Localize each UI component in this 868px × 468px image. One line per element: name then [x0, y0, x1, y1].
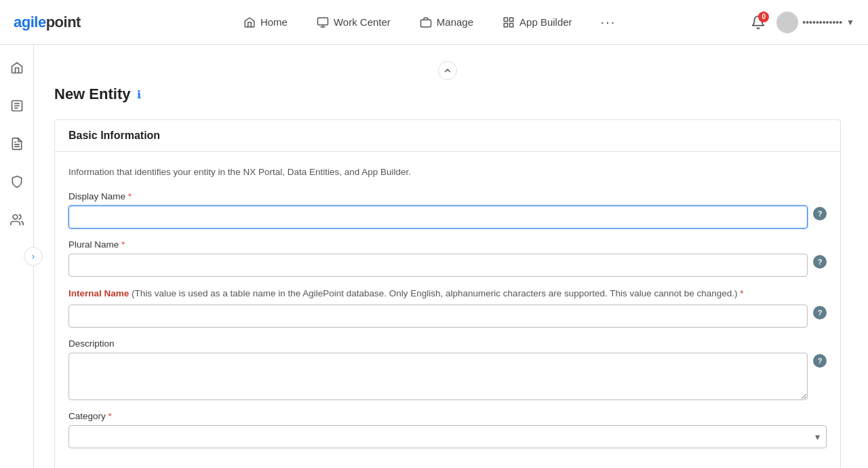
users-sidebar-icon	[10, 213, 24, 227]
topnav: agilepoint Home Work Center	[0, 0, 868, 45]
collapse-bar	[54, 58, 841, 85]
svg-rect-0	[317, 18, 328, 25]
internal-name-help-icon[interactable]: ?	[813, 306, 827, 319]
display-name-input[interactable]	[68, 206, 808, 229]
category-required: *	[108, 411, 112, 421]
description-help-icon[interactable]: ?	[813, 354, 827, 368]
display-name-group: Display Name * ?	[68, 191, 827, 229]
svg-rect-6	[504, 23, 507, 26]
display-name-help-icon[interactable]: ?	[813, 207, 827, 220]
section-header-basic: Basic Information	[55, 120, 840, 152]
avatar	[776, 12, 798, 33]
section-body-basic: Information that identifies your entity …	[55, 152, 840, 468]
list-sidebar-icon	[10, 99, 24, 113]
description-label: Description	[68, 338, 827, 349]
display-name-label: Display Name *	[68, 191, 827, 201]
notification-badge: 0	[758, 12, 769, 22]
internal-name-label: Internal Name (This value is used as a t…	[68, 288, 827, 300]
plural-name-input[interactable]	[68, 254, 808, 277]
description-group: Description ?	[68, 338, 827, 400]
internal-name-required: *	[740, 288, 743, 298]
username-label: ••••••••••••	[802, 17, 842, 28]
doc-sidebar-icon	[10, 137, 24, 151]
category-label: Category *	[68, 411, 827, 421]
internal-name-group: Internal Name (This value is used as a t…	[68, 288, 827, 328]
nav-home[interactable]: Home	[232, 10, 298, 35]
page-header: New Entity ℹ	[54, 85, 841, 103]
category-select[interactable]	[68, 425, 827, 448]
chevron-up-icon	[443, 66, 452, 75]
notification-bell[interactable]: 0	[751, 15, 766, 30]
user-menu[interactable]: •••••••••••• ▼	[776, 12, 854, 33]
svg-rect-7	[510, 23, 513, 26]
nav-home-label: Home	[260, 16, 288, 28]
sidebar-item-users[interactable]	[5, 208, 29, 232]
nav-more[interactable]: ···	[590, 9, 627, 35]
nav-right: 0 •••••••••••• ▼	[751, 12, 854, 33]
nav-manage-label: Manage	[437, 16, 473, 28]
internal-name-input[interactable]	[68, 305, 808, 328]
description-row: ?	[68, 353, 827, 400]
svg-rect-3	[420, 20, 431, 27]
monitor-icon	[316, 16, 330, 29]
user-chevron-icon: ▼	[846, 18, 854, 27]
plural-name-required: *	[121, 239, 125, 250]
section-description: Information that identifies your entity …	[68, 165, 827, 179]
svg-point-15	[13, 215, 18, 220]
shield-sidebar-icon	[10, 175, 24, 189]
page-title: New Entity	[54, 85, 130, 103]
display-name-row: ?	[68, 206, 827, 229]
nav-manage[interactable]: Manage	[408, 10, 484, 35]
sidebar-item-home[interactable]	[5, 56, 29, 80]
sidebar-item-doc[interactable]	[5, 132, 29, 156]
home-icon	[243, 16, 256, 29]
display-name-required: *	[128, 191, 132, 201]
section-title-basic: Basic Information	[68, 130, 160, 141]
sidebar-item-list[interactable]	[5, 94, 29, 118]
description-input[interactable]	[68, 353, 808, 400]
logo[interactable]: agilepoint	[14, 14, 81, 31]
nav-app-builder[interactable]: App Builder	[491, 10, 583, 35]
page-info-icon[interactable]: ℹ	[137, 88, 141, 101]
plural-name-help-icon[interactable]: ?	[813, 255, 827, 269]
grid-icon	[502, 16, 515, 29]
internal-name-row: ?	[68, 305, 827, 328]
sidebar: ›	[0, 45, 34, 468]
more-dots-label: ···	[601, 14, 616, 30]
svg-rect-4	[504, 18, 507, 21]
svg-rect-5	[510, 18, 513, 21]
internal-name-label-prefix: Internal Name	[68, 288, 129, 298]
nav-app-builder-label: App Builder	[519, 16, 572, 28]
category-group: Category * ▾	[68, 411, 827, 448]
collapse-button[interactable]	[438, 61, 457, 80]
category-row: ▾	[68, 425, 827, 448]
nav-work-center-label: Work Center	[334, 16, 391, 28]
sidebar-item-shield[interactable]	[5, 170, 29, 194]
nav-work-center[interactable]: Work Center	[305, 10, 401, 35]
nav-items: Home Work Center Manage	[108, 9, 751, 35]
sidebar-toggle-button[interactable]: ›	[24, 247, 43, 266]
chevron-right-icon: ›	[32, 252, 35, 261]
internal-name-label-desc: (This value is used as a table name in t…	[132, 288, 738, 298]
main-layout: › New Entity ℹ Basic Information Informa…	[0, 45, 868, 468]
basic-info-section: Basic Information Information that ident…	[54, 119, 841, 468]
briefcase-icon	[419, 16, 433, 29]
home-sidebar-icon	[10, 61, 24, 75]
plural-name-row: ?	[68, 254, 827, 277]
plural-name-group: Plural Name * ?	[68, 239, 827, 277]
plural-name-label: Plural Name *	[68, 239, 827, 250]
main-content: New Entity ℹ Basic Information Informati…	[34, 45, 868, 468]
